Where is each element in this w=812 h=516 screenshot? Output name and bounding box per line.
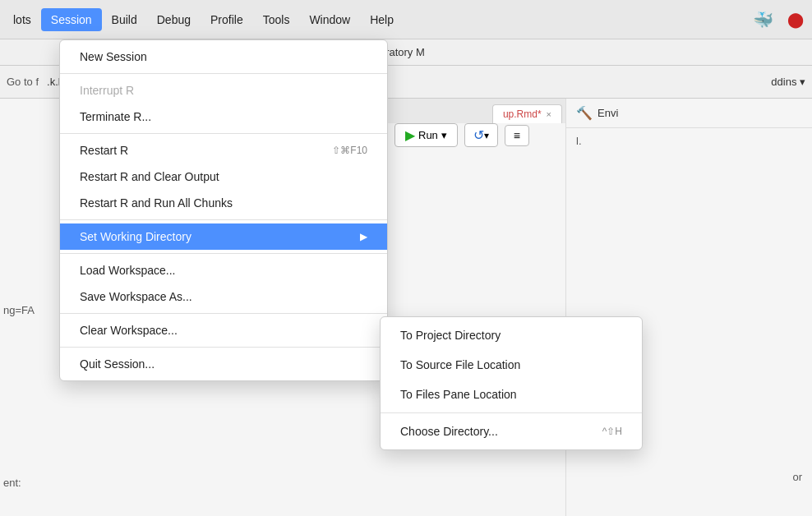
choose-dir-label: Choose Directory...	[400, 425, 498, 438]
restart-r-label: Restart R	[80, 144, 128, 157]
menu-window[interactable]: Window	[299, 8, 360, 31]
menu-help[interactable]: Help	[360, 8, 404, 31]
bottom-left-text: ent:	[3, 477, 21, 489]
right-panel-text1: l.	[576, 135, 582, 147]
choose-dir-shortcut: ^⇧H	[602, 426, 622, 437]
rerun-dropdown[interactable]: ▾	[484, 130, 489, 141]
menubar: lots Session Build Debug Profile Tools W…	[0, 0, 812, 39]
docker-icon: 🐳	[750, 7, 776, 33]
restart-run-label: Restart R and Run All Chunks	[80, 196, 233, 210]
menu-clear-workspace[interactable]: Clear Workspace...	[60, 317, 387, 343]
editor-tab-active[interactable]: up.Rmd* ×	[492, 104, 562, 123]
right-panel-text2: or	[792, 471, 802, 483]
env-label: Envi	[597, 107, 618, 119]
menu-load-workspace[interactable]: Load Workspace...	[60, 257, 387, 283]
clear-workspace-label: Clear Workspace...	[80, 324, 178, 337]
menu-session[interactable]: Session	[41, 8, 102, 31]
separator-3	[60, 219, 387, 220]
separator-4	[60, 253, 387, 254]
addins-dropdown-arrow[interactable]: ▾	[800, 76, 805, 88]
docker-icons: 🐳 ⬤	[750, 7, 809, 33]
menu-new-session[interactable]: New Session	[60, 44, 387, 70]
goto-label: Go to f	[7, 76, 39, 88]
menu-quit-session[interactable]: Quit Session...	[60, 351, 387, 377]
right-panel: 🔨 Envi l. or	[565, 99, 812, 516]
submenu-arrow-icon: ▶	[360, 231, 367, 242]
menu-build[interactable]: Build	[102, 8, 147, 31]
rerun-icon: ↺	[473, 127, 484, 143]
save-workspace-label: Save Workspace As...	[80, 290, 192, 303]
align-button[interactable]: ≡	[505, 125, 529, 146]
menu-terminate-r[interactable]: Terminate R...	[60, 104, 387, 130]
menu-interrupt-r: Interrupt R	[60, 77, 387, 104]
menu-debug[interactable]: Debug	[147, 8, 201, 31]
terminate-r-label: Terminate R...	[80, 110, 151, 123]
rerun-button[interactable]: ↺ ▾	[464, 123, 498, 147]
run-button[interactable]: ▶ Run ▾	[394, 123, 458, 147]
menu-profile[interactable]: Profile	[201, 8, 253, 31]
menu-set-working-dir[interactable]: Set Working Directory ▶	[60, 223, 387, 250]
project-dir-label: To Project Directory	[400, 329, 501, 342]
interrupt-r-label: Interrupt R	[80, 84, 134, 97]
addins-label: ddins ▾	[771, 76, 805, 88]
submenu-separator-1	[381, 412, 642, 413]
hammer-icon: 🔨	[576, 105, 593, 121]
submenu-files-pane[interactable]: To Files Pane Location	[381, 380, 642, 409]
menu-restart-clear[interactable]: Restart R and Clear Output	[60, 164, 387, 190]
restart-r-shortcut: ⇧⌘F10	[332, 145, 367, 156]
run-arrow-icon: ▶	[405, 127, 415, 143]
submenu-source-file[interactable]: To Source File Location	[381, 350, 642, 380]
run-label: Run	[418, 129, 438, 141]
run-toolbar: ▶ Run ▾ ↺ ▾ ≡	[394, 123, 529, 147]
separator-1	[60, 73, 387, 74]
separator-6	[60, 347, 387, 348]
new-session-label: New Session	[80, 50, 147, 63]
right-panel-bottom: or	[792, 471, 802, 483]
right-panel-header: 🔨 Envi	[566, 99, 812, 128]
right-panel-content: l.	[566, 128, 812, 154]
set-working-dir-label: Set Working Directory	[80, 230, 191, 243]
menu-save-workspace[interactable]: Save Workspace As...	[60, 283, 387, 310]
submenu-project-dir[interactable]: To Project Directory	[381, 320, 642, 350]
menu-restart-run[interactable]: Restart R and Run All Chunks	[60, 190, 387, 216]
left-panel-text: ng=FA	[3, 304, 35, 316]
menu-restart-r[interactable]: Restart R ⇧⌘F10	[60, 137, 387, 164]
separator-5	[60, 313, 387, 314]
run-dropdown-arrow[interactable]: ▾	[441, 129, 447, 141]
align-icon: ≡	[514, 129, 520, 142]
set-working-dir-submenu: To Project Directory To Source File Loca…	[380, 316, 643, 450]
quit-session-label: Quit Session...	[80, 357, 155, 371]
load-workspace-label: Load Workspace...	[80, 264, 175, 277]
alert-icon: ⬤	[782, 7, 809, 33]
files-pane-label: To Files Pane Location	[400, 388, 517, 401]
restart-clear-label: Restart R and Clear Output	[80, 170, 219, 183]
tab-close-icon[interactable]: ×	[547, 109, 551, 119]
submenu-choose-dir[interactable]: Choose Directory... ^⇧H	[381, 417, 642, 446]
separator-2	[60, 133, 387, 134]
tab-label: up.Rmd*	[503, 108, 542, 120]
menu-tools[interactable]: Tools	[253, 8, 300, 31]
source-file-label: To Source File Location	[400, 358, 520, 371]
session-dropdown-menu: New Session Interrupt R Terminate R... R…	[59, 39, 388, 381]
menu-lots[interactable]: lots	[3, 8, 41, 31]
